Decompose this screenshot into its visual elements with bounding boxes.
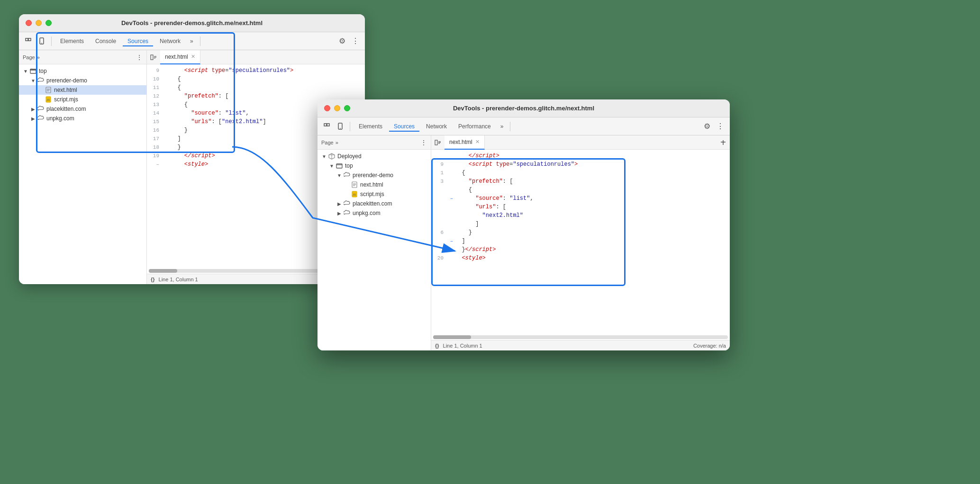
tree-label-scriptmjs-2: script.mjs bbox=[360, 191, 384, 197]
more-options-icon-1[interactable]: ⋮ bbox=[350, 36, 361, 47]
file-html-icon-1 bbox=[45, 86, 52, 94]
maximize-button-1[interactable] bbox=[45, 20, 52, 26]
status-bar-2: {} Line 1, Column 1 Coverage: n/a bbox=[431, 340, 730, 350]
code-line-2-closesq: – ] bbox=[431, 237, 730, 245]
tab-elements-1[interactable]: Elements bbox=[55, 36, 89, 46]
sidebar-header-more-1[interactable]: » bbox=[37, 54, 40, 60]
tree-item-scriptmjs-2[interactable]: JS script.mjs bbox=[318, 189, 431, 199]
code-tab-bar-1: next.html ✕ bbox=[147, 50, 365, 64]
gear-icon-2[interactable]: ⚙ bbox=[701, 121, 713, 132]
code-tab-close-1[interactable]: ✕ bbox=[191, 54, 195, 60]
tab-network-2[interactable]: Network bbox=[421, 121, 452, 132]
tree-item-scriptmjs-1[interactable]: JS script.mjs bbox=[19, 95, 146, 104]
code-tab-close-2[interactable]: ✕ bbox=[475, 139, 480, 145]
cloud-icon-prerender-2 bbox=[343, 171, 351, 179]
status-coverage-2: Coverage: n/a bbox=[693, 343, 726, 349]
svg-rect-1 bbox=[28, 38, 31, 41]
tree-label-placekitten-1: placekitten.com bbox=[46, 106, 86, 112]
code-panel-2: next.html ✕ </script> 9 bbox=[431, 135, 730, 350]
svg-point-3 bbox=[41, 43, 42, 44]
folder-icon-top-1 bbox=[29, 67, 37, 75]
status-braces-1[interactable]: {} bbox=[151, 277, 155, 282]
sidebar-2: Page » ⋮ ▼ Deployed ▼ bbox=[318, 135, 431, 350]
toolbar-divider-1 bbox=[51, 36, 52, 46]
code-line-2-3: 3 "prefetch": [ bbox=[431, 177, 730, 186]
tab-elements-2[interactable]: Elements bbox=[354, 121, 387, 132]
devtools-content-1: Page » ⋮ ▼ top ▼ bbox=[19, 50, 365, 284]
sidebar-header-label-1: Page bbox=[23, 54, 35, 60]
tree-item-top-2[interactable]: ▼ top bbox=[318, 161, 431, 170]
cloud-icon-unpkg-2 bbox=[343, 209, 351, 217]
cursor-icon[interactable] bbox=[23, 36, 34, 47]
tab-sources-1[interactable]: Sources bbox=[123, 36, 153, 46]
code-panel-expand-icon[interactable] bbox=[718, 138, 728, 147]
code-line-11: 11 { bbox=[147, 83, 365, 92]
folder-icon-top-2 bbox=[336, 162, 343, 170]
tree-arrow-scriptmjs-2 bbox=[344, 191, 350, 197]
close-button-2[interactable] bbox=[324, 105, 330, 111]
code-line-2-6: 6 } bbox=[431, 228, 730, 237]
toolbar-more-2[interactable]: » bbox=[498, 122, 507, 131]
tree-label-unpkg-2: unpkg.com bbox=[353, 210, 381, 216]
sidebar-header-dots-1[interactable]: ⋮ bbox=[136, 54, 143, 61]
status-braces-2[interactable]: {} bbox=[435, 343, 439, 349]
tree-item-prerender-2[interactable]: ▼ prerender-demo bbox=[318, 170, 431, 180]
tree-arrow-placekitten-1: ▶ bbox=[30, 106, 36, 112]
sidebar-header-dots-2[interactable]: ⋮ bbox=[420, 139, 427, 146]
tab-network-1[interactable]: Network bbox=[155, 36, 185, 46]
code-editor-2[interactable]: </script> 9 <script type="speculationrul… bbox=[431, 150, 730, 335]
maximize-button-2[interactable] bbox=[344, 105, 350, 111]
devtools-window-1: DevTools - prerender-demos.glitch.me/nex… bbox=[19, 14, 365, 284]
cloud-icon-prerender-1 bbox=[37, 77, 45, 84]
gear-icon-1[interactable]: ⚙ bbox=[336, 36, 348, 47]
tree-item-placekitten-1[interactable]: ▶ placekitten.com bbox=[19, 104, 146, 114]
svg-rect-13 bbox=[327, 124, 329, 126]
scrollbar-h-2[interactable] bbox=[433, 335, 728, 339]
close-button-1[interactable] bbox=[26, 20, 32, 26]
scrollbar-thumb-2[interactable] bbox=[433, 335, 471, 339]
tree-item-nexthtml-2[interactable]: next.html bbox=[318, 180, 431, 189]
minimize-button-2[interactable] bbox=[334, 105, 340, 111]
mobile-icon-2[interactable] bbox=[335, 121, 346, 132]
tab-performance-2[interactable]: Performance bbox=[454, 121, 496, 132]
tree-arrow-nexthtml-1 bbox=[38, 87, 44, 93]
code-lines-2: </script> 9 <script type="speculationrul… bbox=[431, 150, 730, 264]
code-tab-nexthtml-2[interactable]: next.html ✕ bbox=[445, 135, 485, 150]
tree-item-top-1[interactable]: ▼ top bbox=[19, 66, 146, 76]
svg-rect-12 bbox=[324, 124, 327, 126]
title-bar-2: DevTools - prerender-demos.glitch.me/nex… bbox=[318, 99, 730, 117]
svg-rect-8 bbox=[151, 55, 153, 60]
tree-item-nexthtml-1[interactable]: next.html bbox=[19, 85, 146, 95]
code-tab-sidebar-icon-2[interactable] bbox=[433, 138, 443, 147]
window-title-1: DevTools - prerender-demos.glitch.me/nex… bbox=[26, 19, 358, 27]
svg-text:JS: JS bbox=[46, 99, 50, 101]
more-options-icon-2[interactable]: ⋮ bbox=[715, 121, 726, 132]
sidebar-tree-1: ▼ top ▼ prerender-demo bbox=[19, 64, 146, 284]
code-tab-nexthtml-1[interactable]: next.html ✕ bbox=[160, 50, 200, 64]
code-line-10: 10 { bbox=[147, 75, 365, 83]
tab-sources-2[interactable]: Sources bbox=[389, 121, 419, 132]
tab-console-1[interactable]: Console bbox=[91, 36, 121, 46]
tree-item-prerender-1[interactable]: ▼ prerender-demo bbox=[19, 76, 146, 85]
cube-icon bbox=[328, 152, 336, 160]
code-tab-sidebar-icon-1[interactable] bbox=[149, 53, 158, 62]
svg-point-15 bbox=[340, 128, 341, 129]
tree-arrow-top-1: ▼ bbox=[23, 68, 28, 74]
tree-item-unpkg-2[interactable]: ▶ unpkg.com bbox=[318, 208, 431, 218]
cloud-icon-placekitten-1 bbox=[37, 105, 45, 113]
tree-arrow-scriptmjs-1 bbox=[38, 97, 44, 102]
tree-item-deployed[interactable]: ▼ Deployed bbox=[318, 152, 431, 161]
tree-item-unpkg-1[interactable]: ▶ unpkg.com bbox=[19, 114, 146, 123]
tree-label-top-2: top bbox=[345, 162, 353, 169]
sidebar-header-more-2[interactable]: » bbox=[336, 140, 338, 145]
devtools-content-2: Page » ⋮ ▼ Deployed ▼ bbox=[318, 135, 730, 350]
tree-label-scriptmjs-1: script.mjs bbox=[54, 96, 78, 103]
tree-item-placekitten-2[interactable]: ▶ placekitten.com bbox=[318, 199, 431, 208]
mobile-icon[interactable] bbox=[36, 36, 47, 47]
toolbar-divider-4 bbox=[510, 122, 510, 131]
scrollbar-thumb-1[interactable] bbox=[149, 269, 177, 273]
minimize-button-1[interactable] bbox=[36, 20, 42, 26]
cursor-icon-2[interactable] bbox=[321, 121, 333, 132]
toolbar-more-1[interactable]: » bbox=[187, 37, 196, 45]
code-line-2-1: 1 { bbox=[431, 169, 730, 177]
